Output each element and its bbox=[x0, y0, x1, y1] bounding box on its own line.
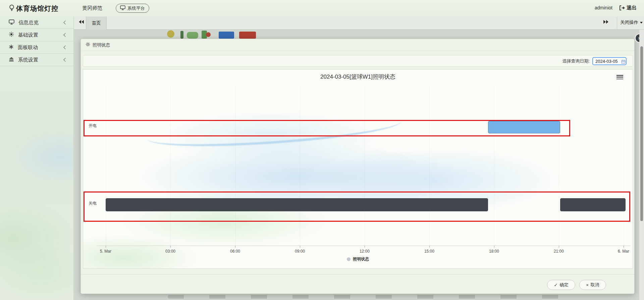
sidebar-item-label: 面板联动 bbox=[18, 44, 38, 51]
x-axis-tick-label: 5. Mar bbox=[100, 249, 111, 254]
x-axis-tick bbox=[300, 246, 300, 248]
date-picker-label: 选择查询日期: bbox=[562, 58, 590, 64]
system-platform-label: 系统平台 bbox=[127, 5, 145, 11]
sidebar-item-panel-linkage[interactable]: 面板联动 bbox=[0, 41, 73, 54]
top-bar: 体育场馆灯控 黄冈师范 系统平台 adminiot 退出 bbox=[0, 0, 644, 16]
monitor-icon bbox=[120, 5, 125, 11]
calendar-icon[interactable] bbox=[621, 59, 626, 65]
app-title: 体育场馆灯控 bbox=[16, 4, 58, 13]
sidebar-item-label: 信息总览 bbox=[18, 19, 39, 26]
sidebar-item-system-settings[interactable]: 系统设置 bbox=[0, 54, 73, 66]
lighting-status-chart: 2024-03-05[篮球W1]照明状态 5. Mar03:0006:0009:… bbox=[83, 69, 633, 269]
x-axis-line bbox=[97, 246, 630, 246]
x-axis-tick-label: 18:00 bbox=[489, 249, 499, 254]
asterisk-icon bbox=[9, 44, 14, 51]
chart-plot-area: 5. Mar03:0006:0009:0012:0015:0018:0021:0… bbox=[83, 70, 633, 268]
logout-icon bbox=[619, 5, 625, 12]
x-axis-tick bbox=[494, 246, 494, 248]
chevron-down-icon bbox=[640, 22, 643, 24]
gear-icon bbox=[86, 42, 90, 48]
bank-icon bbox=[9, 57, 14, 63]
x-axis-tick-label: 03:00 bbox=[165, 249, 175, 254]
x-axis-tick bbox=[170, 246, 171, 248]
org-name: 黄冈师范 bbox=[82, 5, 102, 11]
page-scrollbar[interactable] bbox=[639, 30, 644, 300]
x-axis-tick bbox=[624, 246, 624, 248]
check-icon: ✓ bbox=[554, 283, 558, 288]
x-axis-tick bbox=[429, 246, 430, 248]
gear-icon bbox=[9, 32, 14, 38]
scroll-tabs-right-icon[interactable] bbox=[603, 19, 609, 26]
lighting-status-modal: 照明状态 选择查询日期: 2024-03-05[篮球W1]照明状态 5. Mar… bbox=[80, 39, 635, 294]
chevron-left-icon bbox=[63, 58, 67, 61]
close-operations-dropdown[interactable]: 关闭操作 bbox=[620, 19, 643, 26]
system-platform-button[interactable]: 系统平台 bbox=[116, 4, 149, 13]
background-dock-strip bbox=[168, 295, 564, 299]
chevron-left-icon bbox=[63, 20, 67, 24]
chevron-left-icon bbox=[63, 45, 67, 49]
tab-home[interactable]: 首页 bbox=[86, 16, 107, 30]
username: adminiot bbox=[595, 5, 612, 10]
x-axis-tick bbox=[365, 246, 365, 248]
divider bbox=[617, 16, 617, 30]
x-axis-tick bbox=[235, 246, 235, 248]
sidebar-item-info-overview[interactable]: 信息总览 bbox=[0, 16, 73, 29]
monitor-icon bbox=[9, 19, 14, 26]
logout-button[interactable]: 退出 bbox=[627, 5, 637, 11]
modal-header: 照明状态 bbox=[81, 39, 634, 51]
cancel-button[interactable]: × 取消 bbox=[579, 280, 606, 290]
sidebar-item-label: 基础设置 bbox=[18, 32, 38, 38]
sidebar-item-label: 系统设置 bbox=[18, 57, 38, 63]
x-axis-tick-label: 12:00 bbox=[360, 249, 370, 254]
modal-title: 照明状态 bbox=[93, 42, 110, 48]
cancel-label: 取消 bbox=[591, 282, 599, 288]
x-axis-tick-label: 21:00 bbox=[554, 249, 564, 254]
chart-legend[interactable]: 照明状态 bbox=[83, 256, 633, 262]
highlight-box bbox=[84, 191, 630, 222]
highlight-box bbox=[84, 120, 570, 136]
lightbulb-icon bbox=[9, 4, 14, 13]
date-picker: 选择查询日期: bbox=[562, 57, 627, 65]
chevron-left-icon bbox=[63, 33, 67, 37]
scroll-tabs-left-icon[interactable] bbox=[78, 19, 84, 26]
x-axis-tick-label: 09:00 bbox=[295, 249, 305, 254]
app-window: 体育场馆灯控 黄冈师范 系统平台 adminiot 退出 信息总览 基础设置 面… bbox=[0, 0, 644, 300]
tab-strip: 首页 关闭操作 bbox=[74, 16, 644, 30]
modal-toolbar: 选择查询日期: bbox=[83, 55, 633, 67]
modal-footer: ✓ 确定 × 取消 bbox=[81, 274, 634, 294]
sidebar: 信息总览 基础设置 面板联动 系统设置 bbox=[0, 16, 74, 300]
close-operations-label: 关闭操作 bbox=[620, 19, 638, 26]
x-axis-tick-label: 15:00 bbox=[424, 249, 434, 254]
x-icon: × bbox=[586, 283, 589, 288]
x-axis-tick-label: 6. Mar bbox=[618, 249, 629, 254]
scrollbar-thumb[interactable] bbox=[640, 46, 643, 221]
confirm-button[interactable]: ✓ 确定 bbox=[547, 280, 575, 290]
legend-marker bbox=[347, 257, 351, 261]
x-axis-tick bbox=[559, 246, 559, 248]
x-axis-tick-label: 06:00 bbox=[230, 249, 240, 254]
legend-label: 照明状态 bbox=[353, 256, 369, 262]
confirm-label: 确定 bbox=[559, 282, 568, 288]
sidebar-item-basic-settings[interactable]: 基础设置 bbox=[0, 29, 73, 41]
x-axis-tick bbox=[106, 246, 106, 248]
